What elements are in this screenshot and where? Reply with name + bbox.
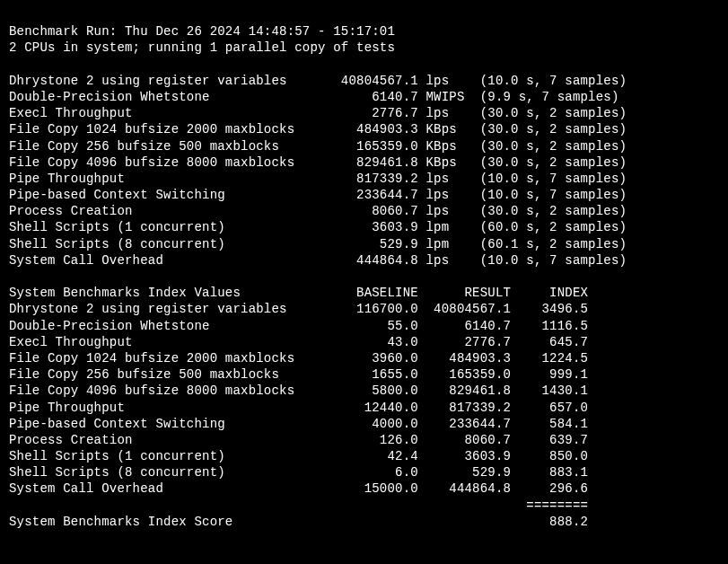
raw-results-block: Dhrystone 2 using register variables 408… [9,74,627,268]
system-info: 2 CPUs in system; running 1 parallel cop… [9,40,395,55]
index-score-line: System Benchmarks Index Score 888.2 [9,515,588,529]
separator-line: ======== [9,498,588,513]
index-values-block: Dhrystone 2 using register variables 116… [9,302,588,496]
benchmark-run-header: Benchmark Run: Thu Dec 26 2024 14:48:57 … [9,24,395,39]
terminal-output: Benchmark Run: Thu Dec 26 2024 14:48:57 … [0,0,728,542]
index-header-row: System Benchmarks Index Values BASELINE … [9,286,588,300]
